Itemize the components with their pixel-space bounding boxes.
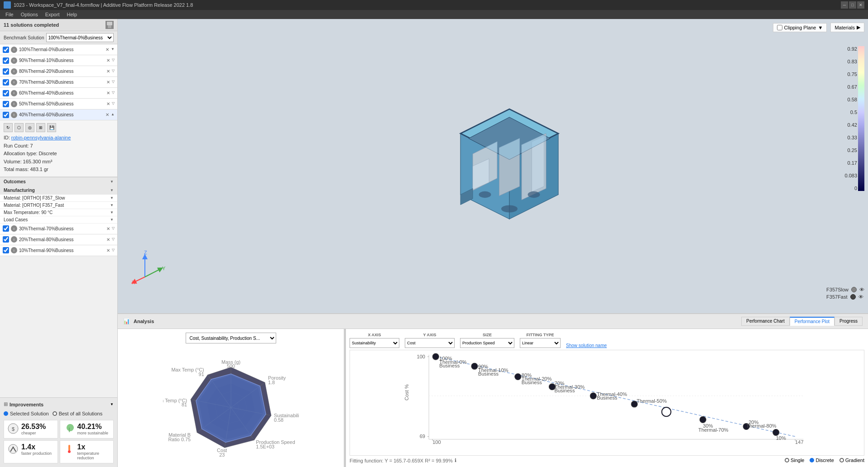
close-button[interactable]: ✕: [857, 1, 864, 9]
best-all-label: Best of all Solutions: [59, 411, 103, 416]
solution-remove-2[interactable]: ✕: [106, 69, 111, 74]
material-expand-0[interactable]: ▼: [110, 196, 114, 200]
tab-performance-plot[interactable]: Performance Plot: [790, 317, 834, 326]
solution-remove-3[interactable]: ✕: [106, 80, 111, 85]
solution-checkbox-6[interactable]: [3, 112, 9, 118]
menu-help[interactable]: Help: [63, 10, 81, 19]
detail-id-value[interactable]: robin-pennsylvania-alanine: [11, 135, 71, 140]
solution-checkbox-lower-2[interactable]: [3, 247, 9, 253]
info-icon-3[interactable]: i: [11, 79, 17, 86]
axis-svg: Z Y X: [131, 250, 168, 286]
solution-remove-1[interactable]: ✕: [106, 58, 111, 63]
info-icon-fitting[interactable]: ℹ: [455, 457, 456, 463]
solution-remove-5[interactable]: ✕: [106, 101, 111, 106]
detail-icon-save[interactable]: 💾: [47, 123, 56, 132]
materials-button[interactable]: Materials ▶: [830, 23, 864, 32]
solution-expand-6[interactable]: ▲: [111, 112, 115, 117]
solution-name-3: 70%Thermal-30%Business: [19, 80, 106, 85]
menu-options[interactable]: Options: [17, 10, 42, 19]
info-icon-lower-0[interactable]: i: [11, 225, 17, 232]
plot-bottom: Fitting function: Y = 165.7-0.659X R² = …: [350, 457, 864, 463]
clipping-plane-control[interactable]: Clipping Plane ▼: [773, 23, 827, 32]
clipping-plane-checkbox[interactable]: [777, 25, 782, 30]
detail-icon-grid[interactable]: ⊞: [36, 123, 45, 132]
maximize-button[interactable]: □: [849, 1, 856, 9]
solution-checkbox-3[interactable]: [3, 79, 9, 86]
menu-export[interactable]: Export: [42, 10, 63, 19]
legend-slow-eye[interactable]: 👁: [859, 287, 864, 292]
legend-fast: F357Fast 👁: [826, 294, 864, 300]
info-icon-5[interactable]: i: [11, 101, 17, 107]
window-controls[interactable]: ─ □ ✕: [841, 1, 864, 9]
scatter-svg: Cost % 100 69 100 147: [350, 350, 864, 455]
solution-expand-lower-2[interactable]: ▽: [112, 248, 115, 253]
solution-expand-lower-1[interactable]: ▽: [112, 237, 115, 242]
info-icon-lower-1[interactable]: i: [11, 236, 17, 243]
tab-performance-chart[interactable]: Performance Chart: [741, 317, 789, 326]
info-icon-2[interactable]: i: [11, 68, 17, 75]
selected-solution-radio[interactable]: [4, 411, 8, 416]
3d-box-svg: [428, 80, 591, 252]
y-axis-select[interactable]: Cost: [405, 338, 455, 348]
scale-val-7: 0.33: [844, 135, 857, 140]
3d-object: [428, 80, 591, 252]
svg-text:Thermal-70%: Thermal-70%: [698, 427, 729, 433]
info-icon-6[interactable]: i: [11, 112, 17, 118]
solution-expand-4[interactable]: ▽: [112, 91, 115, 95]
solution-remove-lower-0[interactable]: ✕: [106, 226, 111, 231]
info-icon-4[interactable]: i: [11, 90, 17, 96]
show-solution-name-link[interactable]: Show solution name: [566, 343, 607, 348]
solution-checkbox-lower-1[interactable]: [3, 236, 9, 243]
solution-remove-lower-2[interactable]: ✕: [106, 248, 111, 253]
solution-expand-lower-0[interactable]: ▽: [112, 226, 115, 231]
improvements-header[interactable]: ⊞ Improvements ▼: [0, 400, 117, 409]
best-all-option[interactable]: Best of all Solutions: [53, 411, 103, 416]
solution-remove-0[interactable]: ✕: [105, 47, 110, 52]
solution-expand-2[interactable]: ▽: [112, 69, 115, 74]
save-icon[interactable]: [106, 21, 114, 29]
solution-checkbox-lower-0[interactable]: [3, 225, 9, 232]
outcomes-header[interactable]: Outcomes ▼: [0, 177, 117, 186]
radar-dropdown[interactable]: Cost, Sustainability, Production S...: [186, 333, 276, 343]
detail-icon-copy[interactable]: ⬡: [14, 123, 24, 132]
legend-single[interactable]: Single: [785, 457, 805, 463]
solution-actions-lower-0: ✕ ▽: [106, 226, 115, 231]
materials-label: Materials: [834, 25, 855, 30]
tab-progress[interactable]: Progress: [834, 317, 863, 326]
solution-remove-4[interactable]: ✕: [106, 91, 111, 95]
menu-file[interactable]: File: [2, 10, 17, 19]
fitting-type-select[interactable]: Linear: [520, 338, 561, 348]
info-icon-lower-2[interactable]: i: [11, 247, 17, 253]
size-axis-group: SIZE Production Speed: [460, 333, 514, 348]
solution-checkbox-2[interactable]: [3, 68, 9, 75]
detail-runcount-value: 7: [30, 143, 33, 148]
minimize-button[interactable]: ─: [841, 1, 848, 9]
best-all-radio[interactable]: [53, 411, 57, 416]
solution-checkbox-5[interactable]: [3, 101, 9, 107]
material-expand-2[interactable]: ▼: [110, 210, 114, 214]
x-axis-select[interactable]: Sustainability: [350, 338, 399, 348]
fitting-type-label: FITTING TYPE: [520, 333, 561, 337]
benchmark-select[interactable]: 100%Thermal-0%Business: [46, 33, 114, 42]
solution-expand-0[interactable]: ▼: [111, 47, 115, 52]
solution-expand-3[interactable]: ▽: [112, 80, 115, 85]
solution-expand-1[interactable]: ▽: [112, 58, 115, 63]
legend-discrete[interactable]: Discrete: [810, 457, 834, 463]
solution-remove-lower-1[interactable]: ✕: [106, 237, 111, 242]
manufacturing-header[interactable]: Manufacturing ▼: [0, 186, 117, 195]
detail-icon-refresh[interactable]: ↻: [4, 123, 13, 132]
info-icon-1[interactable]: i: [11, 57, 17, 64]
legend-gradient[interactable]: Gradient: [839, 457, 864, 463]
solution-checkbox-1[interactable]: [3, 57, 9, 64]
selected-solution-option[interactable]: Selected Solution: [4, 411, 49, 416]
solution-checkbox-4[interactable]: [3, 90, 9, 96]
material-expand-3[interactable]: ▼: [110, 218, 114, 222]
solution-expand-5[interactable]: ▽: [112, 101, 115, 106]
solution-remove-6[interactable]: ✕: [105, 112, 110, 117]
material-expand-1[interactable]: ▼: [110, 203, 114, 207]
info-icon-0[interactable]: i: [11, 47, 17, 53]
detail-icon-eye[interactable]: ◎: [25, 123, 34, 132]
legend-fast-eye[interactable]: 👁: [858, 294, 863, 300]
solution-checkbox-0[interactable]: [3, 47, 9, 53]
size-axis-select[interactable]: Production Speed: [460, 338, 514, 348]
